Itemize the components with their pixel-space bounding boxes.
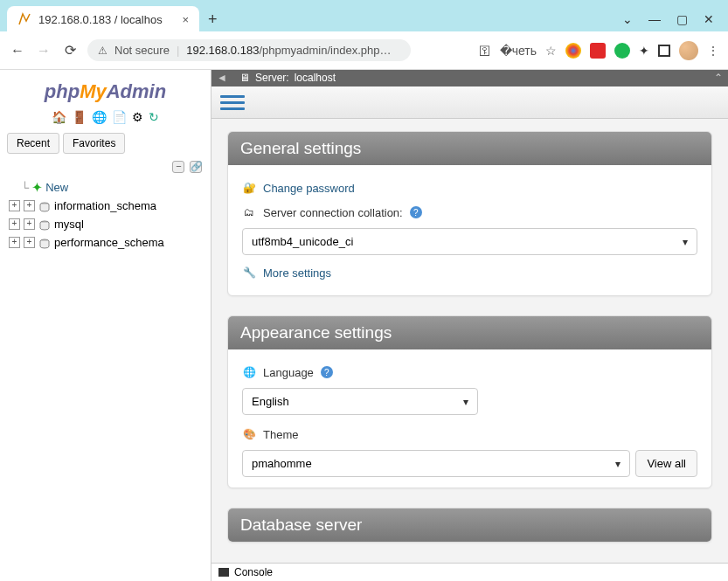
back-button[interactable]: ← <box>9 43 26 59</box>
menu-kebab-icon[interactable]: ⋮ <box>707 44 719 58</box>
address-bar: ← → ⟳ ⚠ Not secure | 192.168.0.183/phpmy… <box>0 31 728 70</box>
db-name: information_schema <box>54 199 156 212</box>
chevron-down-icon: ▾ <box>615 458 621 470</box>
language-label: Language <box>263 366 314 379</box>
help-icon[interactable]: ? <box>410 206 422 218</box>
collation-icon: 🗂 <box>242 205 256 219</box>
language-icon: 🌐 <box>242 365 256 379</box>
minimize-icon[interactable]: — <box>648 12 661 26</box>
collation-label: Server connection collation: <box>263 206 403 219</box>
panel-icon[interactable] <box>658 45 670 57</box>
recent-tab[interactable]: Recent <box>7 133 59 154</box>
db-name: performance_schema <box>54 236 164 249</box>
db-item[interactable]: + + information_schema <box>9 197 202 215</box>
not-secure-label: Not secure <box>114 44 170 57</box>
panel-title: Database server <box>228 508 711 542</box>
collapse-tree-button[interactable]: − <box>172 161 184 173</box>
reload-button[interactable]: ⟳ <box>61 42 79 59</box>
expand-icon-2[interactable]: + <box>24 237 35 248</box>
more-settings-link[interactable]: More settings <box>263 266 331 280</box>
docs-icon[interactable]: 🌐 <box>92 110 107 124</box>
panel-title: Appearance settings <box>228 316 711 349</box>
lock-icon: 🔐 <box>242 181 256 195</box>
reload-nav-icon[interactable]: ↻ <box>149 110 159 124</box>
url-field[interactable]: ⚠ Not secure | 192.168.0.183/phpmyadmin/… <box>87 39 411 61</box>
settings-icon[interactable]: ⚙ <box>132 110 143 124</box>
window-controls: ⌄ — ▢ ✕ <box>622 12 721 26</box>
db-name: mysql <box>54 218 84 231</box>
theme-icon: 🎨 <box>242 427 256 441</box>
chevron-down-icon[interactable]: ⌄ <box>622 12 633 26</box>
hamburger-icon[interactable] <box>220 92 245 113</box>
main-area: ◄ 🖥 Server: localhost ⌃ General settings… <box>211 70 728 581</box>
browser-tab[interactable]: 192.168.0.183 / localhos × <box>7 6 199 32</box>
change-password-link[interactable]: Change password <box>263 182 355 195</box>
console-icon <box>218 568 229 577</box>
scroll-top-icon[interactable]: ⌃ <box>714 72 723 84</box>
tab-title: 192.168.0.183 / localhos <box>38 13 175 26</box>
close-window-icon[interactable]: ✕ <box>704 12 714 26</box>
chevron-down-icon: ▾ <box>683 236 688 248</box>
pma-logo: phpMyAdmin <box>3 75 207 107</box>
new-database-link[interactable]: └ ✦ New <box>9 178 202 197</box>
link-tree-button[interactable]: 🔗 <box>190 161 202 173</box>
tab-close-icon[interactable]: × <box>182 13 189 26</box>
new-db-icon: ✦ <box>32 181 42 194</box>
expand-icon-2[interactable]: + <box>24 200 35 211</box>
forward-button[interactable]: → <box>35 43 52 59</box>
new-tab-button[interactable]: + <box>208 10 218 29</box>
star-icon[interactable]: ☆ <box>545 44 557 58</box>
server-icon: 🖥 <box>239 72 250 84</box>
expand-icon-2[interactable]: + <box>24 218 35 230</box>
theme-label: Theme <box>263 428 298 441</box>
console-toggle[interactable]: Console <box>211 563 728 581</box>
sidebar: phpMyAdmin 🏠 🚪 🌐 📄 ⚙ ↻ Recent Favorites … <box>0 70 211 581</box>
view-all-button[interactable]: View all <box>635 450 697 477</box>
home-icon[interactable]: 🏠 <box>52 110 66 124</box>
collapse-panel-icon[interactable]: ◄ <box>217 72 229 84</box>
sql-icon[interactable]: 📄 <box>112 110 127 124</box>
tree-branch-icon: └ <box>21 181 29 194</box>
url-text: 192.168.0.183/phpmyadmin/index.php… <box>186 44 391 57</box>
maximize-icon[interactable]: ▢ <box>676 12 688 26</box>
pma-favicon <box>17 12 31 26</box>
db-item[interactable]: + + mysql <box>9 215 202 233</box>
browser-tab-bar: 192.168.0.183 / localhos × + ⌄ — ▢ ✕ <box>0 0 728 31</box>
profile-avatar[interactable] <box>679 41 698 60</box>
theme-select[interactable]: pmahomme ▾ <box>242 450 630 477</box>
expand-icon[interactable]: + <box>9 237 20 248</box>
top-navbar <box>211 86 728 119</box>
ext-icon-3[interactable] <box>614 43 630 59</box>
server-breadcrumb: ◄ 🖥 Server: localhost ⌃ <box>211 70 728 86</box>
database-icon <box>38 237 51 249</box>
expand-icon[interactable]: + <box>9 218 20 230</box>
not-secure-icon: ⚠ <box>98 45 107 57</box>
expand-icon[interactable]: + <box>9 200 20 211</box>
extensions-icon[interactable]: ✦ <box>639 44 649 58</box>
help-icon[interactable]: ? <box>321 366 333 378</box>
database-tree: └ ✦ New + + information_schema + + mysql… <box>3 176 207 253</box>
database-icon <box>38 200 51 212</box>
general-settings-panel: General settings 🔐 Change password 🗂 Ser… <box>227 131 712 296</box>
appearance-settings-panel: Appearance settings 🌐 Language ? English… <box>227 315 712 488</box>
favorites-tab[interactable]: Favorites <box>63 133 125 154</box>
collation-select[interactable]: utf8mb4_unicode_ci ▾ <box>242 228 697 255</box>
sidebar-toolbar: 🏠 🚪 🌐 📄 ⚙ ↻ <box>3 107 207 131</box>
wrench-icon: 🔧 <box>242 266 256 280</box>
chevron-down-icon: ▾ <box>463 396 468 408</box>
key-icon[interactable]: ⚿ <box>479 44 491 58</box>
ext-icon-flipboard[interactable] <box>590 43 606 59</box>
db-item[interactable]: + + performance_schema <box>9 233 202 252</box>
share-icon[interactable]: �четь <box>500 44 537 58</box>
database-server-panel: Database server <box>227 508 712 543</box>
database-icon <box>38 218 51 231</box>
logout-icon[interactable]: 🚪 <box>72 110 87 124</box>
ext-icon-1[interactable] <box>565 43 581 59</box>
language-select[interactable]: English ▾ <box>242 388 478 415</box>
panel-title: General settings <box>228 132 711 165</box>
